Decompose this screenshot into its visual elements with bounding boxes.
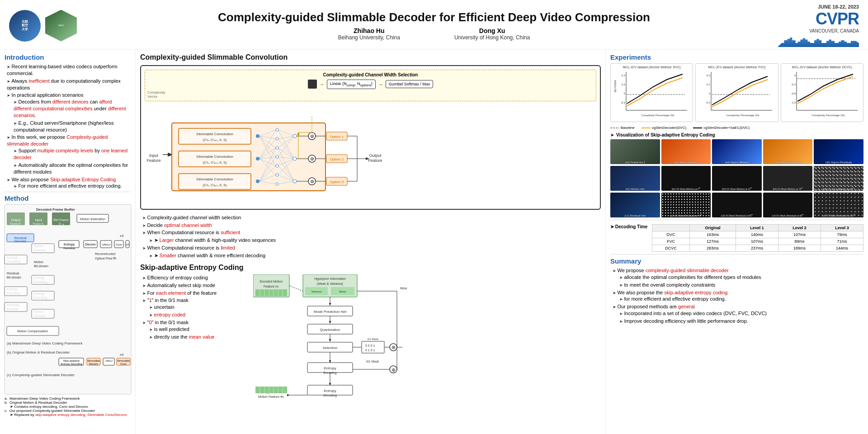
svg-text:-0.2: -0.2 [621, 101, 626, 104]
svg-text:0/1 Mask: 0/1 Mask [368, 338, 379, 340]
svg-text:Slimmable Convolution: Slimmable Convolution [196, 155, 233, 159]
vis-b4: (b4) 0/1 Mask (Motion) at 76th [763, 166, 813, 191]
svg-text:Frame Xₜ: Frame Xₜ [33, 222, 44, 225]
decoding-time-block: ➤ Decoding Time Original Level 1 Level 2… [610, 222, 863, 252]
sum-b2: We also propose the skip-adaptive entrop… [613, 289, 863, 303]
vis-c5: (c5) 0/1 Mask (Residual) at 125th [814, 193, 863, 217]
se-b5-2: directly use the mean value [149, 334, 249, 340]
vis-row-2: (b1) Motion Info (b2) 0/1 Mask (Motion) … [610, 166, 863, 191]
sum-sub-5: Improve decoding efficiency with little … [619, 318, 863, 325]
chart-dcvc: MCL-JCV dataset (Anchor Method: DCVC) 0 … [781, 63, 863, 122]
svg-text:⊕: ⊕ [392, 367, 396, 373]
vis-a4: (a4) Mean (Residual) [763, 139, 813, 164]
svg-text:Entropy: Entropy [324, 366, 336, 370]
svg-text:BD-PSNR: BD-PSNR [614, 80, 617, 92]
author-1: Zhihao Hu Beihang University, China [338, 27, 400, 41]
cgsc-b1: Complexity-guided channel width selectio… [142, 214, 601, 221]
svg-text:0/1 Mask: 0/1 Mask [366, 360, 379, 363]
svg-text:⊗: ⊗ [310, 156, 314, 161]
header: 北航航空大学 HKU Complexity-guided Slimmable D… [0, 0, 868, 50]
cell-fvc-l1: 107ms [736, 238, 778, 245]
svg-text:Mode Prediction Net: Mode Prediction Net [314, 310, 347, 314]
chart-fvc: MCL-JCV dataset (Anchor Method: FVC) 0.3… [695, 63, 778, 122]
vis-a2: (a2) Mean (Motion) [661, 139, 711, 164]
svg-text:0: 0 [709, 92, 711, 95]
conference-date: JUNE 18-22, 2023 [818, 4, 859, 9]
col-level3: Level 3 [821, 225, 863, 231]
intro-title: Introduction [5, 53, 131, 61]
svg-text:-0.2: -0.2 [706, 101, 711, 104]
intro-sub-2: E.g., Cloud server/Smartphone (higher/le… [14, 120, 131, 133]
vis-a5: (a5) Sigma (Residual) [814, 139, 863, 164]
chart-dcvc-title: MCL-JCV dataset (Anchor Method: DCVC) [783, 66, 861, 69]
col-level1: Level 1 [736, 225, 778, 231]
svg-text:Frame X̂ₜ: Frame X̂ₜ [10, 222, 21, 225]
svg-text:Slimmable Convolution: Slimmable Convolution [196, 177, 233, 181]
cell-fvc-orig: 127ms [689, 238, 736, 245]
skip-entropy-title: Skip-adaptive Entropy Coding [140, 264, 601, 272]
logos: 北航航空大学 HKU [9, 10, 108, 42]
svg-text:Feature: Feature [146, 158, 160, 163]
svg-text:-1.0: -1.0 [791, 101, 796, 104]
method-captions: a. Mainstream Deep Video Coding Framewor… [5, 396, 131, 417]
se-b5: "0" in the 0/1 mask is well predicted di… [142, 319, 249, 340]
vis-header: ➤ Visualization of Skip-adaptive Entropy… [610, 132, 863, 137]
se-b5-1: is well predicted [149, 326, 249, 333]
svg-rect-34 [32, 275, 54, 284]
svg-text:Entropy Decoding: Entropy Decoding [61, 363, 82, 365]
summary-section: Summary We propose complexity-guided sli… [610, 257, 863, 325]
row-fvc: FVC 127ms 107ms 89ms 71ms [652, 238, 863, 245]
svg-text:0: 0 [624, 92, 626, 95]
svg-rect-26 [5, 302, 27, 311]
vis-b1: (b1) Motion Info [610, 166, 660, 191]
cell-dvc-l2: 107ms [778, 231, 821, 238]
svg-text:Option 3: Option 3 [330, 180, 344, 184]
svg-text:Ref Frame: Ref Frame [53, 218, 68, 222]
caption-c-detail: ➤ Replaced by skip-adaptive entropy deco… [10, 413, 131, 417]
svg-text:(b) Original Motion & Residual: (b) Original Motion & Residual Decoder [7, 350, 70, 354]
right-column: Experiments MCL-JCV dataset (Anchor Meth… [606, 50, 868, 434]
col-method [652, 225, 690, 231]
row-dvc: DVC 163ms 140ms 107ms 79ms [652, 231, 863, 238]
author-1-affil: Beihang University, China [338, 34, 400, 41]
chart-fvc-svg: 0.3 0.1 0 -0.2 Complexity Percentage (%) [698, 70, 776, 119]
network-svg: Input Feature Slimmable Convolution (C¹ᵢ… [145, 105, 407, 204]
svg-text:-0.4: -0.4 [791, 83, 796, 86]
svg-text:LReLU: LReLU [105, 359, 113, 362]
svg-point-128 [293, 179, 297, 183]
svg-text:0.3: 0.3 [707, 74, 711, 77]
col-level2: Level 2 [778, 225, 821, 231]
sum-sub-4: Incorporated into a set of deep video co… [619, 310, 863, 317]
svg-text:Mean: Mean [400, 287, 407, 290]
se-b4-2: entropy coded [149, 311, 249, 318]
logo-hku: HKU [45, 10, 77, 42]
svg-text:Encoded Motion: Encoded Motion [260, 280, 283, 283]
skip-entropy-content: Efficiency of entropy coding Automatical… [140, 274, 601, 402]
method-diagram: Decoded Frame Buffer Output Frame X̂ₜ In… [5, 204, 131, 394]
introduction-section: Introduction Recent learning-based video… [5, 53, 131, 189]
complexity-vector-icon [308, 80, 317, 89]
vis-b2: (b2) 0/1 Mask (Motion) at 0th [661, 166, 711, 191]
intro-bullet-4: In this work, we propose Complexity-guid… [7, 134, 131, 175]
chart-dvc-title: MCL-JCV dataset (Anchor Method: DVC) [613, 66, 691, 69]
cvpr-block: JUNE 18-22, 2023 CVPR VANCOUVER, CANADA [760, 4, 859, 47]
svg-text:Complexity Percentage (%): Complexity Percentage (%) [811, 114, 844, 117]
svg-point-126 [293, 134, 297, 138]
svg-text:(a) Mainstream Deep Video Codi: (a) Mainstream Deep Video Coding Framewo… [7, 341, 83, 345]
svg-text:Reconstructed: Reconstructed [95, 252, 115, 255]
skip-entropy-bullets: Efficiency of entropy coding Automatical… [140, 274, 249, 402]
vis-title: Visualization of Skip-adaptive Entropy C… [616, 132, 715, 137]
sum-sub-3: for more efficient and effective entropy… [619, 296, 863, 302]
svg-text:Residual: Residual [7, 272, 19, 275]
caption-b: b. Original Motion & Residual Decoder [5, 401, 131, 405]
svg-text:Entropy: Entropy [324, 389, 336, 393]
svg-rect-82 [179, 174, 251, 189]
svg-point-120 [276, 137, 278, 140]
svg-text:Output: Output [11, 218, 20, 222]
svg-rect-76 [179, 128, 251, 144]
caption-c: c. Our proposed Complexity-guided Slimma… [5, 409, 131, 413]
svg-point-87 [256, 179, 259, 183]
svg-text:X̂ₜ₋₁: X̂ₜ₋₁ [59, 222, 64, 225]
vis-c2: (c2) 0/1 Mask (Residual) at 44th [661, 193, 711, 217]
summary-bullets: We propose complexity-guided slimmable d… [613, 267, 863, 325]
